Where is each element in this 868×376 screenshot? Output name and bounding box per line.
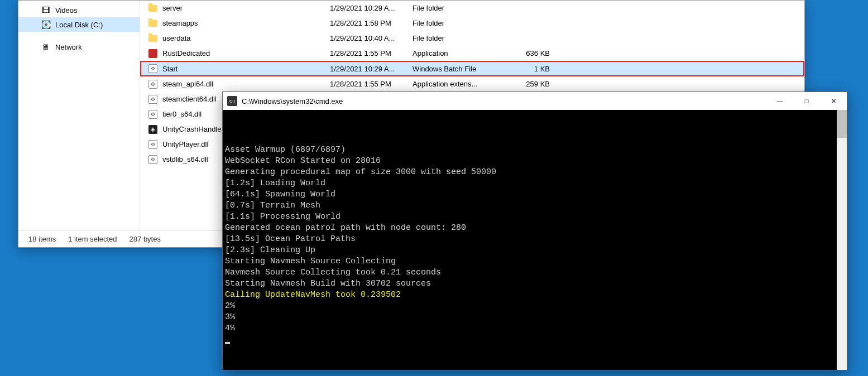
file-type: File folder — [413, 34, 516, 42]
cmd-line: Navmesh Source Collecting took 0.21 seco… — [225, 267, 845, 278]
gear-icon: ⚙ — [148, 94, 158, 104]
folder-icon — [148, 18, 158, 28]
cmd-cursor — [225, 342, 230, 344]
cmd-line: [1.1s] Processing World — [225, 211, 845, 223]
status-selection: 1 item selected — [68, 235, 117, 243]
cmd-scrollbar[interactable] — [837, 110, 847, 370]
cmd-line: Generated ocean patrol path with node co… — [225, 223, 845, 234]
file-name: Start — [162, 65, 178, 73]
tree-item-label: Local Disk (C:) — [55, 21, 103, 29]
cmd-output: Asset Warmup (6897/6897)WebSocket RCon S… — [223, 110, 847, 370]
file-row[interactable]: RustDedicated1/28/2021 1:55 PMApplicatio… — [140, 46, 804, 61]
file-size: 259 KB — [516, 80, 550, 88]
cmd-line: [1.2s] Loading World — [225, 178, 845, 189]
cmd-title: C:\Windows\system32\cmd.exe — [242, 97, 343, 105]
cmd-scroll-thumb[interactable] — [837, 110, 847, 138]
cmd-line: Starting Navmesh Build with 30702 source… — [225, 278, 845, 290]
close-button[interactable]: ✕ — [820, 92, 847, 110]
cmd-line: [64.1s] Spawning World — [225, 189, 845, 200]
videos-icon: 🎞 — [41, 5, 51, 15]
file-name: steam_api64.dll — [162, 80, 213, 88]
cmd-line: Asset Warmup (6897/6897) — [225, 144, 845, 156]
file-type: Windows Batch File — [413, 65, 516, 73]
cmd-line: Generating procedural map of size 3000 w… — [225, 167, 845, 178]
file-row[interactable]: ⚙steam_api64.dll1/28/2021 1:55 PMApplica… — [140, 76, 804, 91]
tree-item-network[interactable]: 🖥Network — [18, 40, 140, 54]
file-date: 1/28/2021 1:58 PM — [330, 19, 413, 27]
folder-icon — [148, 3, 158, 13]
file-name: vstdlib_s64.dll — [162, 155, 208, 163]
network-icon: 🖥 — [41, 42, 51, 52]
cmd-line: 4% — [225, 323, 845, 334]
file-name: UnityPlayer.dll — [162, 140, 208, 148]
file-name: RustDedicated — [162, 49, 210, 57]
gear-icon: ⚙ — [148, 155, 158, 165]
cmd-line: [0.7s] Terrain Mesh — [225, 200, 845, 211]
tree-item-local-disk-c-[interactable]: 💽Local Disk (C:) — [18, 17, 140, 32]
tree-item-label: Videos — [55, 6, 78, 15]
file-date: 1/29/2021 10:29 A... — [330, 65, 413, 73]
cmd-line: 2% — [225, 301, 845, 312]
file-date: 1/28/2021 1:55 PM — [330, 80, 413, 88]
file-date: 1/28/2021 1:55 PM — [330, 49, 413, 57]
file-type: File folder — [413, 4, 516, 12]
cmd-line: Calling UpdateNavMesh took 0.239502 — [225, 290, 845, 301]
gear-icon: ⚙ — [148, 79, 158, 89]
file-name: userdata — [162, 34, 191, 42]
gear-icon: ⚙ — [148, 64, 158, 74]
window-controls: — □ ✕ — [766, 92, 847, 110]
file-date: 1/29/2021 10:29 A... — [330, 4, 413, 12]
file-row[interactable]: steamapps1/28/2021 1:58 PMFile folder — [140, 16, 804, 31]
file-size: 1 KB — [516, 65, 550, 73]
file-size: 636 KB — [516, 49, 550, 57]
file-name: tier0_s64.dll — [162, 110, 202, 118]
maximize-button[interactable]: □ — [793, 92, 820, 110]
file-row[interactable]: ⚙Start1/29/2021 10:29 A...Windows Batch … — [140, 61, 804, 76]
status-item-count: 18 items — [28, 235, 56, 243]
cmd-titlebar[interactable]: C:\ C:\Windows\system32\cmd.exe — □ ✕ — [223, 92, 847, 110]
gear-icon: ⚙ — [148, 109, 158, 119]
rust-icon — [148, 49, 158, 59]
gear-icon: ⚙ — [148, 139, 158, 150]
cmd-line: Starting Navmesh Source Collecting — [225, 256, 845, 267]
unity-icon: ◈ — [148, 124, 158, 134]
folder-icon — [148, 33, 158, 44]
cmd-line: [13.5s] Ocean Patrol Paths — [225, 234, 845, 245]
file-row[interactable]: userdata1/29/2021 10:40 A...File folder — [140, 31, 804, 46]
cmd-line: 3% — [225, 312, 845, 323]
file-name: steamclient64.dll — [162, 95, 217, 103]
tree-item-videos[interactable]: 🎞Videos — [18, 3, 140, 17]
cmd-line: [2.3s] Cleaning Up — [225, 245, 845, 256]
file-type: Application — [413, 49, 516, 57]
status-bytes: 287 bytes — [130, 235, 161, 243]
file-row[interactable]: server1/29/2021 10:29 A...File folder — [140, 1, 804, 16]
tree-item-label: Network — [55, 43, 82, 51]
nav-tree: 🎞Videos💽Local Disk (C:)🖥Network — [18, 1, 140, 230]
cmd-window: C:\ C:\Windows\system32\cmd.exe — □ ✕ As… — [222, 91, 847, 370]
file-name: steamapps — [162, 19, 198, 27]
minimize-button[interactable]: — — [766, 92, 793, 110]
file-date: 1/29/2021 10:40 A... — [330, 34, 413, 42]
cmd-line: WebSocket RCon Started on 28016 — [225, 156, 845, 167]
cmd-icon: C:\ — [227, 96, 237, 106]
disk-icon: 💽 — [41, 20, 51, 30]
file-type: Application extens... — [413, 80, 516, 88]
file-name: UnityCrashHandle — [162, 125, 222, 133]
file-name: server — [162, 4, 183, 12]
file-type: File folder — [413, 19, 516, 27]
